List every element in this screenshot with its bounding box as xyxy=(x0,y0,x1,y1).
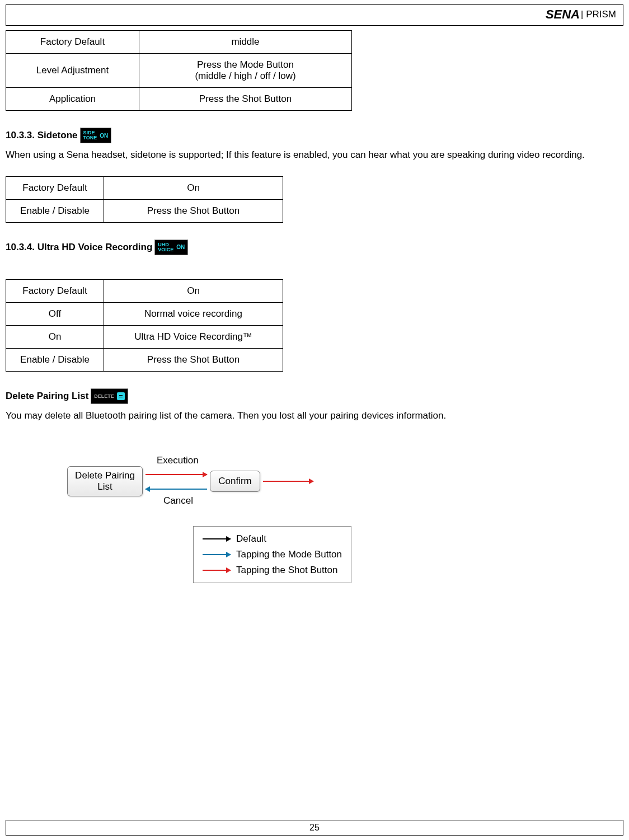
heading-uhd: 10.3.4. Ultra HD Voice Recording UHDVOIC… xyxy=(6,240,623,255)
table-row: Application Press the Shot Button xyxy=(6,88,352,111)
delete-body: You may delete all Bluetooth pairing lis… xyxy=(6,409,623,423)
delete-pairing-diagram: Delete Pairing List Confirm Execution Ca… xyxy=(67,450,431,630)
legend-row-default: Default xyxy=(199,531,345,547)
header-separator: | xyxy=(581,10,583,20)
box-line: List xyxy=(73,481,137,492)
arrow-red-execution xyxy=(145,474,207,475)
label-cancel: Cancel xyxy=(163,495,193,506)
arrow-blue-cancel xyxy=(145,489,207,490)
cell-key: Factory Default xyxy=(6,31,139,54)
cell-value: On xyxy=(104,279,283,302)
cell-value: On xyxy=(104,176,283,199)
lcd-text: SIDETONE xyxy=(83,130,97,140)
cell-value: middle xyxy=(139,31,352,54)
heading-text: 10.3.3. Sidetone xyxy=(6,130,78,141)
table-row: Factory Default On xyxy=(6,176,283,199)
label-execution: Execution xyxy=(157,455,199,466)
table-row: On Ultra HD Voice Recording™ xyxy=(6,325,283,348)
cell-key: Enable / Disable xyxy=(6,348,104,371)
cell-value: Press the Mode Button (middle / high / o… xyxy=(139,54,352,88)
cell-value: Press the Shot Button xyxy=(139,88,352,111)
table-row: Factory Default middle xyxy=(6,31,352,54)
legend-label: Default xyxy=(236,533,266,545)
table-row: Factory Default On xyxy=(6,279,283,302)
cell-key: Factory Default xyxy=(6,279,104,302)
heading-sidetone: 10.3.3. Sidetone SIDETONE ON xyxy=(6,128,623,143)
delete-lcd-icon: DELETE xyxy=(91,388,128,404)
legend-row-mode: Tapping the Mode Button xyxy=(199,547,345,562)
table-sidetone: Factory Default On Enable / Disable Pres… xyxy=(6,176,283,223)
uhd-lcd-icon: UHDVOICE ON xyxy=(154,240,188,255)
brand-logo: SENA xyxy=(546,7,580,22)
cell-key: Application xyxy=(6,88,139,111)
sidetone-lcd-icon: SIDETONE ON xyxy=(80,128,112,143)
cell-key: On xyxy=(6,325,104,348)
table-row: Off Normal voice recording xyxy=(6,302,283,325)
table-level-adjustment: Factory Default middle Level Adjustment … xyxy=(6,30,352,111)
lcd-text: UHDVOICE xyxy=(158,242,173,252)
diagram-legend: Default Tapping the Mode Button Tapping … xyxy=(193,526,351,583)
product-name: PRISM xyxy=(586,9,616,20)
list-icon xyxy=(117,392,125,400)
cell-key: Level Adjustment xyxy=(6,54,139,88)
table-row: Enable / Disable Press the Shot Button xyxy=(6,199,283,222)
heading-text: Delete Pairing List xyxy=(6,391,88,402)
page-footer: 25 xyxy=(6,820,623,836)
legend-label: Tapping the Mode Button xyxy=(236,549,342,560)
header-right: SENA | PRISM xyxy=(546,7,616,22)
cell-value: Normal voice recording xyxy=(104,302,283,325)
heading-text: 10.3.4. Ultra HD Voice Recording xyxy=(6,242,152,253)
table-uhd: Factory Default On Off Normal voice reco… xyxy=(6,279,283,372)
arrow-red-from-confirm xyxy=(263,481,313,482)
lcd-on-label: ON xyxy=(100,133,108,139)
cell-value: Ultra HD Voice Recording™ xyxy=(104,325,283,348)
legend-label: Tapping the Shot Button xyxy=(236,565,337,576)
arrow-blue-icon xyxy=(203,554,231,555)
cell-key: Factory Default xyxy=(6,176,104,199)
table-row: Level Adjustment Press the Mode Button (… xyxy=(6,54,352,88)
cell-value: Press the Shot Button xyxy=(104,348,283,371)
heading-delete: Delete Pairing List DELETE xyxy=(6,388,623,404)
page-number: 25 xyxy=(309,823,320,832)
box-text: Confirm xyxy=(218,476,252,486)
cell-key: Off xyxy=(6,302,104,325)
header-bar: SENA | PRISM xyxy=(6,4,623,26)
diagram-box-delete-pairing: Delete Pairing List xyxy=(67,466,143,496)
diagram-box-confirm: Confirm xyxy=(210,471,260,492)
legend-row-shot: Tapping the Shot Button xyxy=(199,562,345,578)
arrow-black-icon xyxy=(203,538,231,539)
sidetone-body: When using a Sena headset, sidetone is s… xyxy=(6,148,623,162)
cell-key: Enable / Disable xyxy=(6,199,104,222)
arrow-red-icon xyxy=(203,570,231,571)
table-row: Enable / Disable Press the Shot Button xyxy=(6,348,283,371)
box-line: Delete Pairing xyxy=(73,470,137,481)
lcd-delete-text: DELETE xyxy=(94,393,114,399)
lcd-on-label: ON xyxy=(176,244,185,250)
page-content: Factory Default middle Level Adjustment … xyxy=(0,30,629,630)
cell-value: Press the Shot Button xyxy=(104,199,283,222)
